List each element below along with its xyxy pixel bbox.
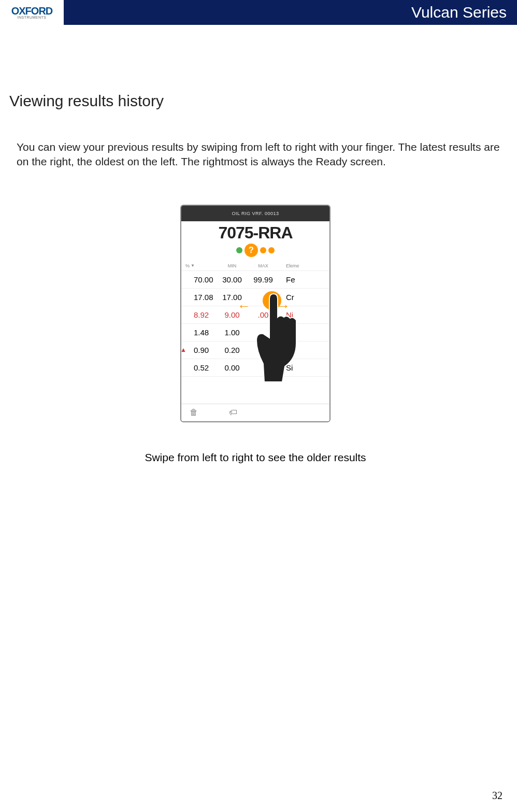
screenshot-figure: OIL RIG VRF. 00013 7075-RRA 7 ? % ▼ MIN … (9, 205, 501, 422)
col-percent: % ▼ (185, 263, 217, 268)
column-headers: % ▼ MIN MAX Eleme (181, 260, 329, 271)
status-dot-orange (260, 247, 266, 253)
page-number: 32 (492, 790, 502, 802)
logo-main-text: OXFORD (11, 6, 53, 16)
chevron-down-icon: ▼ (191, 263, 195, 268)
cell-percent: 70.00 (185, 275, 217, 284)
cell-percent: 17.08 (185, 293, 217, 302)
cell-element: Fe (279, 275, 305, 284)
col-percent-label: % (185, 263, 190, 268)
col-element: Eleme (279, 263, 305, 268)
logo-sub-text: INSTRUMENTS (17, 16, 46, 19)
status-dot-question: ? (245, 244, 258, 257)
cell-percent: 1.48 (185, 328, 217, 337)
status-dot-green (236, 247, 242, 253)
cell-max: 99.99 (248, 275, 279, 284)
figure-caption: Swipe from left to right to see the olde… (9, 451, 501, 464)
cell-min: 1.00 (217, 328, 248, 337)
body-paragraph: You can view your previous results by sw… (9, 140, 501, 169)
device-bottom-bar: 🗑 🏷 (181, 404, 329, 421)
page-content: Viewing results history You can view you… (0, 25, 517, 464)
status-dot-orange (268, 247, 275, 253)
cell-percent: 8.92 (185, 310, 217, 319)
arrow-left-icon: ← (237, 298, 251, 314)
up-arrow-icon: ▲ (180, 346, 186, 353)
trash-icon[interactable]: 🗑 (190, 408, 198, 417)
oxford-logo: OXFORD INSTRUMENTS (0, 0, 65, 25)
page-header: OXFORD INSTRUMENTS Vulcan Series (0, 0, 517, 25)
page-title: Viewing results history (9, 92, 501, 110)
result-id: 7075-RRA (181, 223, 329, 243)
cell-percent: 0.90 (185, 346, 217, 354)
swipe-arrows: ← → (237, 298, 290, 314)
result-header: 7075-RRA 7 ? (181, 221, 329, 260)
product-name: Vulcan Series (411, 4, 517, 21)
arrow-right-icon: → (277, 298, 290, 314)
status-dots: ? (181, 244, 329, 257)
cell-percent: 0.52 (185, 363, 217, 372)
cell-min: 0.00 (217, 363, 248, 372)
col-max: MAX (248, 263, 279, 268)
device-status-bar: OIL RIG VRF. 00013 (181, 206, 329, 221)
table-row: 70.0030.0099.99Fe (181, 271, 329, 289)
device-screenshot: OIL RIG VRF. 00013 7075-RRA 7 ? % ▼ MIN … (180, 205, 331, 422)
cell-min: 30.00 (217, 275, 248, 284)
cell-min: 0.20 (217, 346, 248, 354)
tag-icon[interactable]: 🏷 (229, 408, 237, 417)
col-min: MIN (217, 263, 248, 268)
